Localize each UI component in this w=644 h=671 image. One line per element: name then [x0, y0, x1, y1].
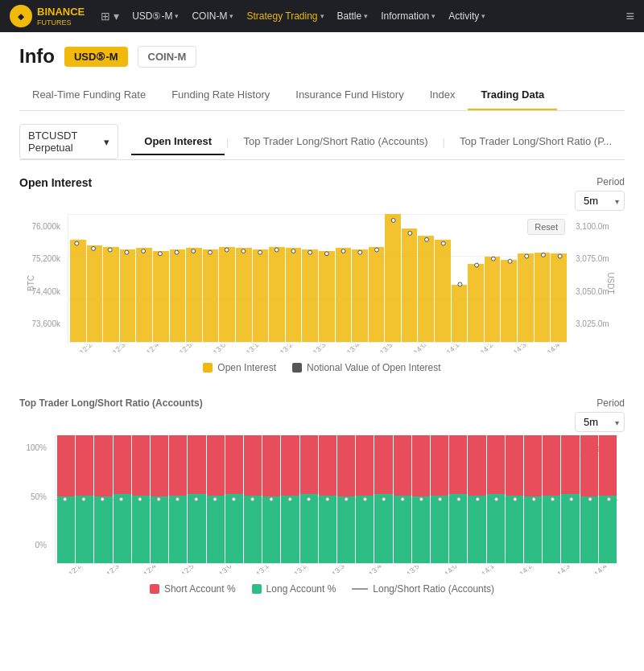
- y-label-right-3: 3,025.0m: [576, 319, 609, 328]
- y-label-left-0: 76,000k: [31, 222, 60, 231]
- tab-insurance-fund[interactable]: Insurance Fund History: [283, 80, 416, 110]
- x-label-24: 14:25: [473, 344, 502, 352]
- coin-toggle-button[interactable]: COIN-M: [138, 46, 197, 68]
- top-trader-section: Top Trader Long/Short Ratio (Accounts) P…: [19, 397, 625, 595]
- svg-point-1: [92, 246, 96, 250]
- svg-point-57: [570, 498, 573, 501]
- x2-label-28: 14:40: [586, 566, 618, 574]
- tab-realtime-funding[interactable]: Real-Time Funding Rate: [19, 80, 159, 110]
- svg-point-35: [157, 498, 160, 501]
- svg-point-39: [232, 498, 235, 501]
- sub-tab-top-trader-accounts[interactable]: Top Trader Long/Short Ratio (Accounts): [230, 129, 440, 155]
- svg-point-33: [120, 498, 123, 501]
- logo[interactable]: ◆ BINANCE FUTURES: [10, 5, 85, 27]
- tab-trading-data[interactable]: Trading Data: [468, 80, 557, 110]
- svg-point-20: [408, 231, 412, 235]
- chart1-header: Open Interest Period 5m 1m 3m 15m 30m 1h: [19, 176, 625, 211]
- x-label-26: 14:35: [506, 344, 535, 352]
- y-label-50: 50%: [31, 492, 47, 501]
- tab-funding-history[interactable]: Funding Rate History: [159, 80, 283, 110]
- x-label-2: 12:35: [106, 344, 135, 352]
- page-header: Info USD⑤-M COIN-M: [19, 45, 625, 68]
- chart2-period-wrapper: 5m 1m 3m 15m: [575, 412, 625, 432]
- x-label-8: 13:05: [206, 344, 235, 352]
- legend-ratio: Long/Short Ratio (Accounts): [352, 583, 494, 595]
- chart1-legend: Open Interest Notional Value of Open Int…: [19, 362, 625, 373]
- x-label-10: 13:15: [239, 344, 268, 352]
- svg-point-19: [391, 218, 395, 222]
- svg-point-22: [441, 241, 445, 245]
- nav-strategy-trading[interactable]: Strategy Trading ▾: [246, 10, 324, 22]
- legend-short-account: Short Account %: [150, 583, 236, 595]
- x2-label-18: 13:50: [398, 566, 431, 574]
- nav-battle[interactable]: Battle ▾: [337, 10, 369, 22]
- x-label-12: 13:25: [273, 344, 302, 352]
- svg-point-34: [138, 498, 142, 501]
- svg-point-25: [491, 257, 495, 261]
- chart1-y-axis-right: 3,100.0m 3,075.0m 3,050.0m 3,025.0m: [572, 222, 625, 328]
- svg-point-12: [275, 248, 279, 252]
- svg-point-50: [439, 498, 442, 501]
- grid-icon[interactable]: ⊞ ▾: [101, 10, 119, 23]
- usd-toggle-button[interactable]: USD⑤-M: [64, 47, 128, 67]
- svg-point-41: [270, 498, 273, 501]
- chart1-usdt-label: USDT: [606, 272, 615, 294]
- chart2-period-control: Period 5m 1m 3m 15m: [575, 397, 625, 432]
- svg-point-31: [82, 498, 85, 501]
- main-content: Info USD⑤-M COIN-M Real-Time Funding Rat…: [0, 32, 644, 632]
- svg-point-47: [382, 498, 386, 501]
- x2-label-14: 13:30: [324, 566, 356, 574]
- legend-color-dark: [292, 363, 302, 373]
- svg-point-21: [425, 237, 429, 241]
- svg-point-17: [358, 250, 362, 254]
- y-label-left-3: 73,600k: [31, 319, 60, 328]
- nav-information[interactable]: Information ▾: [381, 10, 436, 22]
- svg-point-29: [558, 254, 562, 258]
- svg-point-56: [551, 498, 554, 501]
- x2-label-0: 12:20: [60, 566, 93, 574]
- sub-tab-top-trader-positions[interactable]: Top Trader Long/Short Ratio (P...: [447, 129, 625, 155]
- legend-notional-value: Notional Value of Open Interest: [292, 362, 441, 373]
- svg-point-37: [195, 498, 198, 501]
- tab-index[interactable]: Index: [417, 80, 469, 110]
- svg-point-7: [192, 249, 196, 253]
- svg-point-0: [75, 241, 79, 245]
- symbol-selector[interactable]: BTCUSDT Perpetual ▾: [19, 124, 118, 159]
- chart2-main: Reset 12:2012:3012:4012:5013:0013:1013:2…: [55, 435, 618, 574]
- x-label-18: 13:55: [373, 344, 402, 352]
- chart1-plot-area: Reset: [68, 214, 568, 343]
- svg-point-55: [532, 498, 535, 501]
- sub-tab-open-interest[interactable]: Open Interest: [131, 129, 225, 155]
- hamburger-menu-icon[interactable]: ≡: [625, 8, 634, 25]
- x-label-16: 13:45: [340, 344, 369, 352]
- chart1-period-control: Period 5m 1m 3m 15m 30m 1h: [575, 176, 625, 211]
- x-label-28: 14:45: [540, 344, 568, 352]
- nav-coinm[interactable]: COIN-M ▾: [192, 10, 233, 22]
- chart2-line-overlay: [56, 435, 618, 563]
- svg-point-2: [108, 248, 112, 252]
- svg-point-51: [457, 498, 460, 501]
- svg-point-42: [288, 498, 291, 501]
- svg-point-46: [363, 498, 366, 501]
- x-label-14: 13:35: [306, 344, 335, 352]
- logo-text: BINANCE FUTURES: [37, 6, 85, 26]
- chart1-btc-label: BTC: [27, 275, 35, 291]
- x2-label-26: 14:30: [549, 566, 581, 574]
- nav-usdsm[interactable]: USD⑤-M ▾: [132, 10, 179, 22]
- legend-color-line: [352, 588, 368, 590]
- svg-point-38: [213, 498, 217, 501]
- svg-point-14: [308, 250, 312, 254]
- legend-color-yellow: [203, 363, 213, 373]
- svg-point-49: [419, 498, 423, 501]
- chart2-period-select[interactable]: 5m 1m 3m 15m: [575, 412, 625, 432]
- nav-activity[interactable]: Activity ▾: [448, 10, 485, 22]
- chart2-x-axis: 12:2012:3012:4012:5013:0013:1013:2013:30…: [55, 566, 618, 574]
- page-title: Info: [19, 45, 55, 68]
- chart2-header: Top Trader Long/Short Ratio (Accounts) P…: [19, 397, 625, 432]
- x2-label-4: 12:40: [135, 566, 167, 574]
- chart1-main: Reset 12:2512:3512:4512:5513:0513:1513:2…: [68, 214, 568, 352]
- chart2-legend: Short Account % Long Account % Long/Shor…: [19, 583, 625, 595]
- chart1-period-select[interactable]: 5m 1m 3m 15m 30m 1h: [575, 191, 625, 211]
- svg-point-28: [541, 253, 545, 257]
- chart1-container: 76,000k 75,200k 74,400k 73,600k BTC Rese…: [19, 214, 625, 352]
